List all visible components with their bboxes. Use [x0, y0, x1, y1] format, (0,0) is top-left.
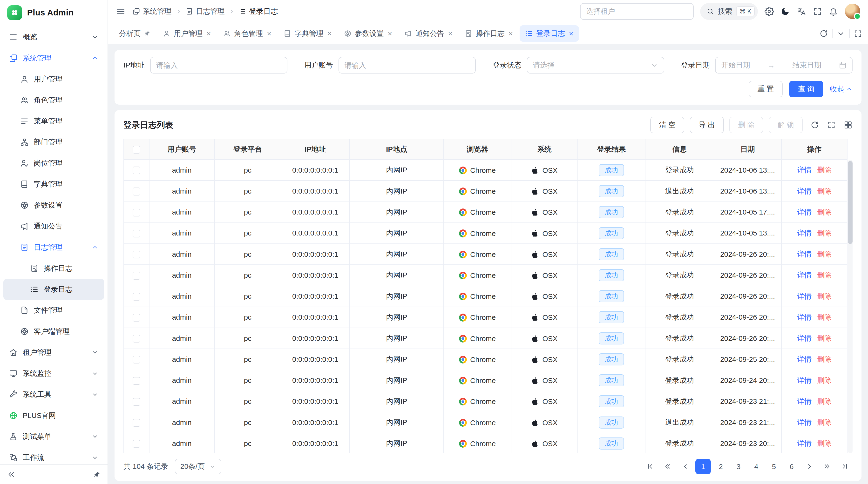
detail-link[interactable]: 详情 — [797, 166, 812, 174]
close-icon[interactable]: × — [207, 30, 211, 37]
breadcrumb-item-login-log[interactable]: 登录日志 — [239, 6, 278, 17]
detail-link[interactable]: 详情 — [797, 208, 812, 216]
date-range-picker[interactable]: 开始日期 → 结束日期 — [715, 57, 852, 73]
detail-link[interactable]: 详情 — [797, 418, 812, 426]
breadcrumb-item-system-mgmt[interactable]: 系统管理 — [132, 6, 172, 17]
prev-page-button[interactable] — [678, 459, 693, 474]
refresh-page-button[interactable] — [819, 29, 828, 38]
next-page-button[interactable] — [802, 459, 817, 474]
close-icon[interactable]: × — [508, 30, 513, 37]
delete-link[interactable]: 删除 — [817, 439, 832, 447]
query-button[interactable]: 查 询 — [789, 81, 823, 97]
row-checkbox[interactable] — [133, 377, 140, 385]
page-size-select[interactable]: 20条/页 — [175, 459, 221, 474]
delete-link[interactable]: 删除 — [817, 250, 832, 258]
delete-link[interactable]: 删除 — [817, 313, 832, 321]
sidebar-item-op-log[interactable]: 操作日志 — [3, 258, 104, 279]
unlock-button[interactable]: 解 锁 — [769, 117, 803, 133]
dark-mode-toggle[interactable] — [780, 7, 790, 16]
sidebar-item-post-mgmt[interactable]: 岗位管理 — [3, 153, 104, 174]
close-icon[interactable]: × — [448, 30, 453, 37]
delete-link[interactable]: 删除 — [817, 166, 832, 174]
sidebar-item-log-mgmt[interactable]: 日志管理 — [3, 237, 104, 258]
delete-link[interactable]: 删除 — [817, 418, 832, 426]
page-6-button[interactable]: 6 — [784, 459, 799, 474]
tab-role-mgmt[interactable]: 角色管理× — [217, 25, 277, 42]
row-checkbox[interactable] — [133, 314, 140, 322]
close-icon[interactable]: × — [327, 30, 332, 37]
sidebar-item-system-monitor[interactable]: 系统监控 — [3, 363, 104, 384]
tab-user-mgmt[interactable]: 用户管理× — [157, 25, 217, 42]
status-select[interactable]: 请选择 — [527, 57, 664, 73]
tenant-input[interactable] — [586, 7, 688, 15]
page-1-button[interactable]: 1 — [695, 459, 711, 474]
sidebar-item-client-mgmt[interactable]: 客户端管理 — [3, 321, 104, 342]
notifications-bell-button[interactable] — [829, 7, 838, 16]
row-checkbox[interactable] — [133, 440, 140, 448]
pin-icon[interactable] — [144, 30, 151, 37]
row-checkbox[interactable] — [133, 167, 140, 174]
global-search[interactable]: 搜索 ⌘ K — [700, 3, 758, 20]
content-expand-button[interactable] — [854, 29, 863, 38]
detail-link[interactable]: 详情 — [797, 187, 812, 195]
close-icon[interactable]: × — [267, 30, 272, 37]
delete-link[interactable]: 删除 — [817, 334, 832, 342]
detail-link[interactable]: 详情 — [797, 229, 812, 237]
delete-link[interactable]: 删除 — [817, 292, 832, 300]
page-2-button[interactable]: 2 — [713, 459, 728, 474]
scrollbar-thumb[interactable] — [848, 161, 852, 244]
row-checkbox[interactable] — [133, 188, 140, 195]
column-settings-button[interactable] — [844, 121, 852, 129]
row-checkbox[interactable] — [133, 272, 140, 279]
pin-sidebar-button[interactable] — [93, 471, 101, 479]
detail-link[interactable]: 详情 — [797, 376, 812, 384]
select-all-checkbox[interactable] — [133, 146, 140, 154]
clear-button[interactable]: 清 空 — [650, 117, 684, 133]
detail-link[interactable]: 详情 — [797, 355, 812, 363]
settings-gear-button[interactable] — [765, 7, 774, 16]
tab-dict-mgmt[interactable]: 字典管理× — [278, 25, 337, 42]
row-checkbox[interactable] — [133, 356, 140, 363]
sidebar-item-dept-mgmt[interactable]: 部门管理 — [3, 132, 104, 153]
tenant-select[interactable] — [580, 3, 694, 20]
row-checkbox[interactable] — [133, 251, 140, 258]
detail-link[interactable]: 详情 — [797, 250, 812, 258]
last-page-button[interactable] — [837, 459, 852, 474]
sidebar-item-notice[interactable]: 通知公告 — [3, 216, 104, 237]
fullscreen-button[interactable] — [813, 7, 822, 16]
sidebar-item-test-menu[interactable]: 测试菜单 — [3, 426, 104, 447]
delete-link[interactable]: 删除 — [817, 187, 832, 195]
sidebar-item-tenant-mgmt[interactable]: 租户管理 — [3, 342, 104, 363]
prev-5-pages-button[interactable] — [660, 459, 675, 474]
ip-input[interactable] — [156, 61, 282, 69]
page-4-button[interactable]: 4 — [748, 459, 764, 474]
tab-param-settings[interactable]: 参数设置× — [339, 25, 398, 42]
sidebar-item-overview[interactable]: 概览 — [3, 27, 104, 47]
collapse-filters-link[interactable]: 收起 — [830, 84, 852, 94]
delete-link[interactable]: 删除 — [817, 397, 832, 405]
refresh-table-button[interactable] — [810, 121, 819, 129]
sidebar-item-menu-mgmt[interactable]: 菜单管理 — [3, 110, 104, 132]
sidebar-item-user-mgmt[interactable]: 用户管理 — [3, 69, 104, 90]
reset-button[interactable]: 重 置 — [749, 81, 783, 97]
table-scrollbar[interactable] — [848, 160, 852, 453]
detail-link[interactable]: 详情 — [797, 439, 812, 447]
sidebar-item-param-settings[interactable]: 参数设置 — [3, 195, 104, 216]
close-icon[interactable]: × — [569, 30, 574, 37]
sidebar-item-dict-mgmt[interactable]: 字典管理 — [3, 174, 104, 195]
collapse-sidebar-button[interactable] — [7, 470, 16, 479]
close-icon[interactable]: × — [388, 30, 392, 37]
page-3-button[interactable]: 3 — [731, 459, 746, 474]
row-checkbox[interactable] — [133, 335, 140, 343]
tab-analysis[interactable]: 分析页 — [114, 25, 156, 42]
sidebar-item-file-mgmt[interactable]: 文件管理 — [3, 300, 104, 321]
sidebar-item-plus-site[interactable]: PLUS官网 — [3, 405, 104, 426]
delete-link[interactable]: 删除 — [817, 229, 832, 237]
delete-link[interactable]: 删除 — [817, 376, 832, 384]
export-button[interactable]: 导 出 — [690, 117, 724, 133]
row-checkbox[interactable] — [133, 398, 140, 406]
translate-button[interactable] — [797, 7, 806, 16]
breadcrumb-item-log-mgmt[interactable]: 日志管理 — [185, 6, 225, 17]
row-checkbox[interactable] — [133, 419, 140, 427]
user-avatar[interactable] — [845, 4, 860, 19]
